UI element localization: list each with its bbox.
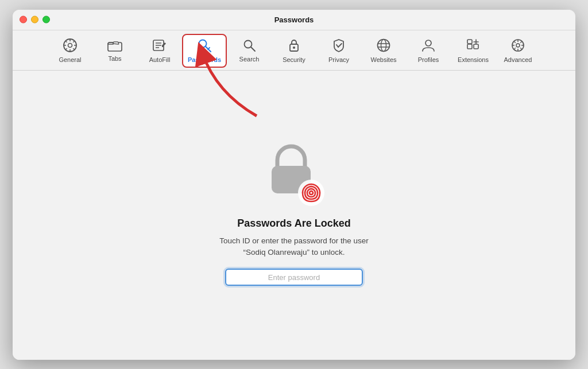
profiles-icon [421,38,436,55]
main-content: Passwords Are Locked Touch ID or enter t… [13,71,575,360]
tab-tabs[interactable]: Tabs [92,36,137,65]
tab-tabs-label: Tabs [108,55,121,62]
advanced-icon [510,38,525,55]
tab-security-label: Security [283,56,305,63]
tab-profiles[interactable]: Profiles [406,35,451,67]
tab-general-label: General [59,56,81,63]
password-input-wrap [225,269,363,286]
tab-general[interactable]: General [48,35,92,67]
tab-passwords-label: Passwords [188,56,221,63]
tabs-icon [107,39,122,54]
tab-websites[interactable]: Websites [361,35,406,67]
svg-rect-31 [467,40,472,44]
passwords-icon [197,38,212,55]
svg-rect-30 [474,44,478,49]
svg-point-24 [378,39,390,51]
svg-line-41 [514,48,516,49]
svg-rect-29 [467,44,472,49]
tab-advanced[interactable]: Advanced [496,35,540,67]
search-icon [242,38,256,55]
fingerprint-icon [297,178,326,207]
extensions-icon [466,38,481,55]
autofill-icon [152,38,167,55]
window-title: Passwords [274,15,314,24]
tab-websites-label: Websites [370,56,396,63]
svg-point-25 [381,39,386,51]
close-button[interactable] [20,16,27,24]
svg-point-1 [68,43,72,47]
traffic-lights [20,16,50,24]
tab-passwords[interactable]: Passwords [182,34,227,68]
svg-point-33 [516,44,520,47]
locked-description: Touch ID or enter the password for the u… [219,235,369,259]
tab-privacy[interactable]: Privacy [316,35,361,67]
tab-security[interactable]: Security [272,35,316,67]
tab-extensions[interactable]: Extensions [451,35,496,67]
tab-extensions-label: Extensions [458,56,489,63]
svg-point-21 [293,46,295,49]
security-icon [287,38,301,55]
svg-line-39 [520,48,522,49]
tab-search[interactable]: Search [227,36,272,66]
tab-autofill[interactable]: AutoFill [137,35,182,67]
tab-advanced-label: Advanced [504,56,532,63]
svg-line-7 [73,48,75,50]
locked-container: Passwords Are Locked Touch ID or enter t… [219,144,369,286]
svg-line-17 [208,48,210,49]
svg-line-8 [73,40,75,42]
svg-line-40 [520,41,522,42]
locked-title: Passwords Are Locked [237,217,350,230]
svg-point-28 [425,40,431,46]
svg-line-19 [251,47,255,51]
svg-line-9 [65,48,67,50]
toolbar: General Tabs [13,30,575,71]
svg-line-23 [338,44,342,47]
safari-preferences-window: Passwords General [13,10,575,360]
maximize-button[interactable] [42,16,50,24]
privacy-icon [331,38,346,55]
titlebar: Passwords [13,10,575,30]
tab-search-label: Search [239,56,260,63]
svg-line-6 [65,40,67,42]
websites-icon [376,38,391,55]
password-input[interactable] [225,269,363,286]
general-icon [63,38,78,55]
svg-line-38 [514,41,516,42]
tab-privacy-label: Privacy [328,56,349,63]
lock-icon-wrap [262,144,326,207]
tab-autofill-label: AutoFill [149,56,171,63]
tab-profiles-label: Profiles [418,56,439,63]
minimize-button[interactable] [31,16,38,24]
